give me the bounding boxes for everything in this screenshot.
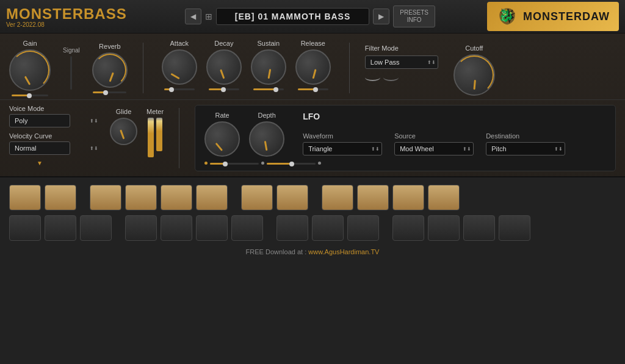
pad-1-1[interactable] (9, 185, 41, 210)
pad-2-4[interactable] (196, 185, 228, 210)
pad-4-2[interactable] (357, 185, 389, 210)
meter-label: Meter (146, 108, 164, 115)
lfo-slider-row (204, 162, 606, 165)
preset-name: [EB] 01 MAMMOTH BASS (216, 8, 370, 25)
pad-d-6[interactable] (196, 215, 228, 241)
top-controls: Gain Signal Reverb (0, 34, 625, 100)
logo-version: Ver 2-2022.08 (6, 21, 127, 28)
pad-d-8[interactable] (276, 215, 308, 241)
pads-cluster-2 (90, 185, 228, 210)
voice-mode-row: Voice Mode Poly Mono Legato (9, 105, 101, 127)
prev-preset-button[interactable]: ◀ (185, 9, 201, 24)
pad-4-3[interactable] (392, 185, 424, 210)
source-label: Source (394, 132, 474, 140)
pad-gap-d2 (267, 215, 273, 241)
next-preset-button[interactable]: ▶ (373, 9, 389, 24)
sustain-fill (253, 88, 275, 90)
lfo-slider-2[interactable] (267, 163, 316, 165)
arc-indicators (365, 74, 438, 81)
sustain-thumb (273, 87, 278, 92)
waveform-select[interactable]: Triangle Sine Square Sawtooth Random (303, 142, 382, 155)
pad-d-4[interactable] (125, 215, 157, 241)
pad-d-11[interactable] (392, 215, 424, 241)
pad-d-14[interactable] (499, 215, 530, 241)
waveform-select-container: Triangle Sine Square Sawtooth Random (303, 142, 382, 155)
pad-d-10[interactable] (347, 215, 379, 241)
adsr-section: Attack Decay Sustain (150, 40, 343, 90)
lfo-slider[interactable] (210, 163, 259, 165)
middle-col: Glide Meter (110, 105, 164, 171)
pads-section: FREE Download at : www.AgusHardiman.TV (0, 176, 625, 364)
decay-knob[interactable] (206, 49, 242, 85)
lfo-slider-thumb (223, 162, 228, 166)
glide-knob[interactable] (110, 118, 137, 145)
footer-website: www.AgusHardiman.TV (308, 248, 379, 255)
gain-slider-thumb (27, 93, 32, 98)
logo-monster: MONSTER (6, 5, 84, 22)
gain-knob[interactable] (9, 49, 51, 91)
lfo-title: LFO (303, 112, 565, 121)
pad-d-7[interactable] (231, 215, 263, 241)
cutoff-knob[interactable] (453, 54, 495, 96)
pad-1-2[interactable] (45, 185, 76, 210)
destination-select[interactable]: Pitch Filter Amplitude Pan (486, 142, 565, 155)
pads-cluster-3 (241, 185, 308, 210)
source-select[interactable]: Mod Wheel Velocity Aftertouch Envelope (394, 142, 474, 155)
cutoff-group: Cutoff (453, 40, 495, 96)
pad-4-1[interactable] (322, 185, 353, 210)
pad-d-3[interactable] (80, 215, 112, 241)
decay-slider[interactable] (209, 88, 239, 90)
pad-3-2[interactable] (276, 185, 308, 210)
rate-knob[interactable] (204, 121, 240, 157)
voice-mode-select[interactable]: Poly Mono Legato (9, 114, 70, 127)
reverb-slider[interactable] (93, 91, 126, 93)
pad-d-12[interactable] (428, 215, 460, 241)
filter-mode-select[interactable]: Low Pass High Pass Band Pass Notch (365, 55, 438, 69)
pads-dark-4 (392, 215, 530, 241)
pad-d-9[interactable] (312, 215, 344, 241)
attack-thumb (169, 87, 174, 92)
attack-label: Attack (170, 40, 189, 47)
presets-info-button[interactable]: PRESETS INFO (393, 5, 435, 27)
depth-label: Depth (258, 112, 275, 119)
pad-d-2[interactable] (45, 215, 76, 241)
logo-title: MONSTERBASS (6, 5, 127, 23)
meter-section: Meter (146, 108, 164, 160)
pad-gap-d3 (383, 215, 389, 241)
filter-mode-label: Filter Mode (365, 45, 438, 52)
release-fill (298, 88, 315, 90)
pad-d-5[interactable] (161, 215, 192, 241)
reverb-knob[interactable] (92, 52, 128, 88)
pad-2-1[interactable] (90, 185, 121, 210)
sustain-knob[interactable] (251, 49, 286, 85)
pad-2-3[interactable] (161, 185, 192, 210)
pad-2-2[interactable] (125, 185, 157, 210)
arc-2 (383, 74, 399, 81)
pads-dark-2 (125, 215, 263, 241)
attack-knob[interactable] (162, 49, 197, 85)
release-slider[interactable] (298, 88, 328, 90)
lfo-dot-3 (318, 162, 321, 165)
release-knob[interactable] (295, 49, 331, 85)
destination-group: Destination Pitch Filter Amplitude Pan (486, 132, 565, 155)
pad-d-13[interactable] (463, 215, 495, 241)
gain-ring (10, 51, 49, 90)
pads-dark-3 (276, 215, 379, 241)
attack-slider[interactable] (164, 88, 195, 90)
gain-group: Gain (9, 40, 51, 96)
waveform-label: Waveform (303, 132, 382, 140)
expand-button[interactable]: ▼ (9, 160, 70, 166)
depth-knob[interactable] (249, 121, 284, 157)
pad-3-1[interactable] (241, 185, 273, 210)
meter-bar-1 (148, 118, 154, 157)
sustain-slider[interactable] (253, 88, 284, 90)
gain-slider[interactable] (12, 95, 48, 96)
gain-slider-fill (12, 95, 28, 96)
pad-4-4[interactable] (428, 185, 460, 210)
waveform-group: Waveform Triangle Sine Square Sawtooth R… (303, 132, 382, 155)
velocity-curve-select[interactable]: Normal Soft Hard Fixed (9, 141, 70, 155)
velocity-curve-select-container: Normal Soft Hard Fixed (9, 141, 101, 155)
decay-fill (209, 88, 223, 90)
pads-dark-1 (9, 215, 112, 241)
pad-d-1[interactable] (9, 215, 41, 241)
